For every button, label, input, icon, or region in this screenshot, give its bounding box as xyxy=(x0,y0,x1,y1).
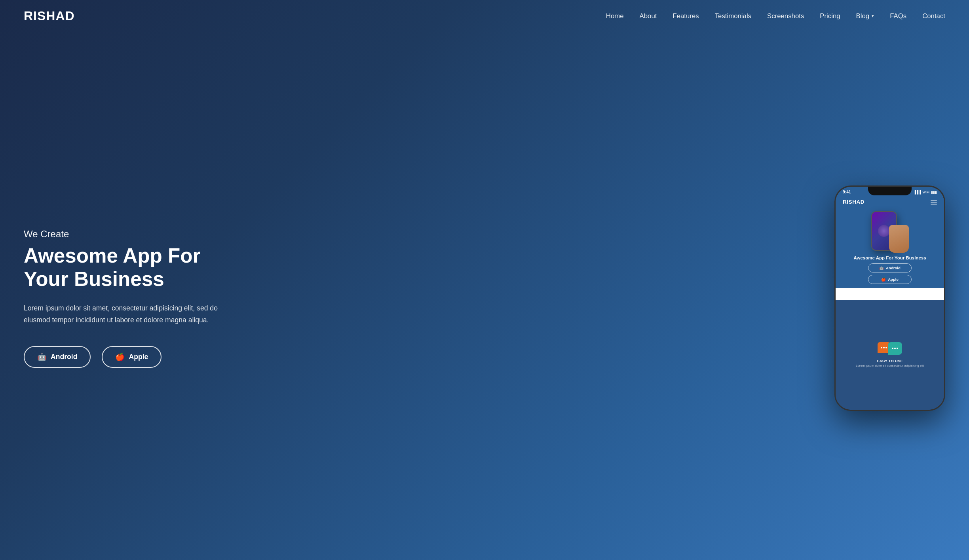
phone-mockup: 9:41 ▐▐▐ WiFi ▮▮▮ RISHAD xyxy=(834,185,945,411)
chat-dots-orange xyxy=(881,347,887,348)
header: RISHAD Home About Features Testimonials … xyxy=(0,0,969,32)
phone-store-buttons: 🤖 Android 🍎 Apple xyxy=(836,263,944,288)
phone-app-title: Awesome App For Your Business xyxy=(836,253,944,263)
silent-button xyxy=(834,226,836,238)
phone-apple-icon: 🍎 xyxy=(881,277,886,282)
hand-illustration xyxy=(889,225,909,253)
nav-pricing[interactable]: Pricing xyxy=(820,12,840,20)
android-icon: 🤖 xyxy=(37,352,47,361)
nav-blog[interactable]: Blog ▾ xyxy=(856,12,874,20)
phone-app-content: RISHAD Awesome App For Your Business xyxy=(836,195,944,410)
volume-down-button xyxy=(834,266,836,282)
main-nav: Home About Features Testimonials Screens… xyxy=(606,12,945,20)
phone-menu-icon xyxy=(931,200,937,204)
phone-app-logo: RISHAD xyxy=(843,199,864,205)
hero-title: Awesome App For Your Business xyxy=(24,244,245,291)
battery-icon: ▮▮▮ xyxy=(931,190,937,194)
phone-feature-section: EASY TO USE Lorem ipsum dolor sit consec… xyxy=(836,300,944,410)
phone-time: 9:41 xyxy=(843,190,851,194)
android-button[interactable]: 🤖 Android xyxy=(24,346,91,368)
nav-about[interactable]: About xyxy=(640,12,657,20)
nav-contact[interactable]: Contact xyxy=(922,12,945,20)
volume-up-button xyxy=(834,244,836,260)
phone-android-icon: 🤖 xyxy=(879,266,884,270)
nav-testimonials[interactable]: Testimonials xyxy=(715,12,751,20)
hero-subtitle: We Create xyxy=(24,229,245,240)
phone-feature-desc: Lorem ipsum dolor sit consectetur adipis… xyxy=(856,364,924,367)
hero-buttons: 🤖 Android 🍎 Apple xyxy=(24,346,245,368)
chat-icons xyxy=(878,342,902,355)
hero-description: Lorem ipsum dolor sit amet, consectetur … xyxy=(24,303,222,326)
chat-dots-teal xyxy=(892,348,898,349)
chevron-down-icon: ▾ xyxy=(872,13,874,19)
hero-section: We Create Awesome App For Your Business … xyxy=(0,32,969,556)
power-button xyxy=(944,234,945,254)
phone-android-button: 🤖 Android xyxy=(868,263,912,272)
wifi-icon: WiFi xyxy=(922,190,929,194)
logo: RISHAD xyxy=(24,9,75,23)
phone-frame: 9:41 ▐▐▐ WiFi ▮▮▮ RISHAD xyxy=(834,185,945,411)
phone-white-divider xyxy=(836,288,944,300)
phone-apple-button: 🍎 Apple xyxy=(868,275,912,284)
nav-screenshots[interactable]: Screenshots xyxy=(767,12,804,20)
apple-icon: 🍎 xyxy=(115,352,125,361)
phone-feature-label: EASY TO USE xyxy=(877,359,903,363)
phone-status-icons: ▐▐▐ WiFi ▮▮▮ xyxy=(914,190,937,194)
chat-bubble-teal xyxy=(888,342,902,355)
nav-features[interactable]: Features xyxy=(673,12,699,20)
phone-app-nav: RISHAD xyxy=(836,195,944,207)
signal-icon: ▐▐▐ xyxy=(914,190,921,194)
phone-notch xyxy=(868,187,912,195)
nav-home[interactable]: Home xyxy=(606,12,624,20)
apple-button[interactable]: 🍎 Apple xyxy=(102,346,162,368)
phone-hero-image xyxy=(836,207,944,253)
hero-text: We Create Awesome App For Your Business … xyxy=(24,229,245,368)
nav-faqs[interactable]: FAQs xyxy=(890,12,906,20)
